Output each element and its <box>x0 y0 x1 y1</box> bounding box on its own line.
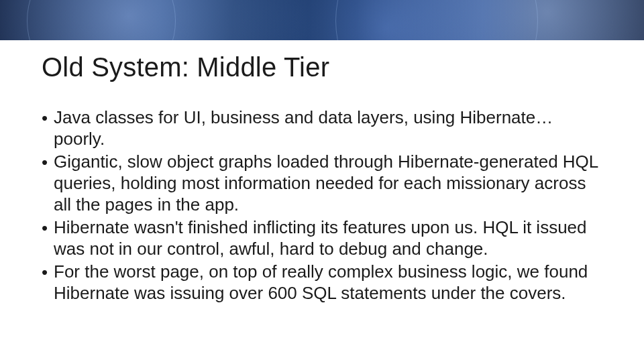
bullet-glyph: • <box>42 261 54 304</box>
bullet-text: For the worst page, on top of really com… <box>54 261 604 304</box>
bullet-item: • Gigantic, slow object graphs loaded th… <box>42 152 604 216</box>
bullet-text: Java classes for UI, business and data l… <box>54 107 604 150</box>
bullet-item: • Hibernate wasn't finished inflicting i… <box>42 217 604 260</box>
slide-body: • Java classes for UI, business and data… <box>42 107 604 306</box>
slide-title: Old System: Middle Tier <box>42 52 329 82</box>
bullet-glyph: • <box>42 217 54 260</box>
bullet-text: Gigantic, slow object graphs loaded thro… <box>54 152 604 216</box>
bullet-item: • For the worst page, on top of really c… <box>42 261 604 304</box>
header-banner <box>0 0 644 40</box>
bullet-item: • Java classes for UI, business and data… <box>42 107 604 150</box>
bullet-glyph: • <box>42 152 54 216</box>
bullet-text: Hibernate wasn't finished inflicting its… <box>54 217 604 260</box>
bullet-glyph: • <box>42 107 54 150</box>
slide: Old System: Middle Tier • Java classes f… <box>0 0 644 362</box>
